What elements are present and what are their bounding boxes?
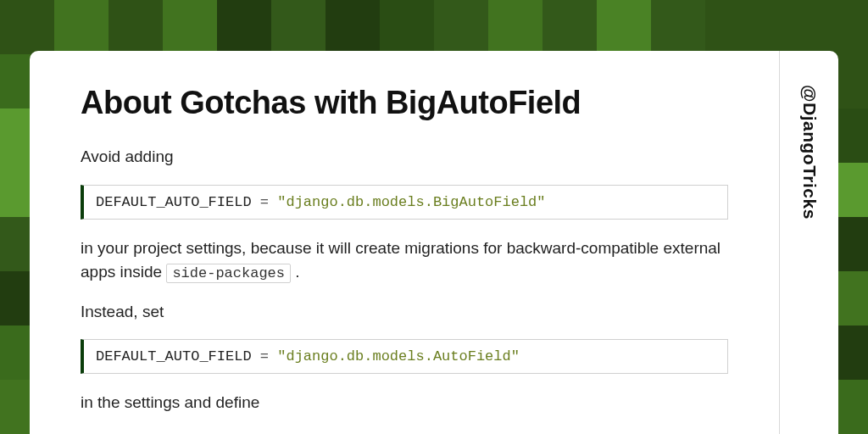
code2-eq: = <box>252 348 278 364</box>
paragraph-intro: Avoid adding <box>81 145 728 170</box>
paragraph-explain: in your project settings, because it wil… <box>81 236 728 285</box>
twitter-handle: @DjangoTricks <box>799 85 820 220</box>
code-lhs: DEFAULT_AUTO_FIELD <box>96 194 252 210</box>
code2-rhs: "django.db.models.AutoField" <box>277 348 520 364</box>
code-eq: = <box>252 194 278 210</box>
article-content: About Gotchas with BigAutoField Avoid ad… <box>30 51 779 434</box>
paragraph-instead: Instead, set <box>81 300 728 325</box>
paragraph-define: in the settings and define <box>81 391 728 415</box>
code-block-1: DEFAULT_AUTO_FIELD = "django.db.models.B… <box>81 185 728 220</box>
article-card: About Gotchas with BigAutoField Avoid ad… <box>30 51 838 434</box>
sidebar: @DjangoTricks <box>779 51 838 434</box>
code2-lhs: DEFAULT_AUTO_FIELD <box>96 348 252 364</box>
code-block-2: DEFAULT_AUTO_FIELD = "django.db.models.A… <box>81 339 728 374</box>
code-rhs: "django.db.models.BigAutoField" <box>277 194 545 210</box>
article-title: About Gotchas with BigAutoField <box>81 85 728 121</box>
p2b-text: . <box>291 263 300 281</box>
inline-code-side-packages: side-packages <box>166 264 291 283</box>
